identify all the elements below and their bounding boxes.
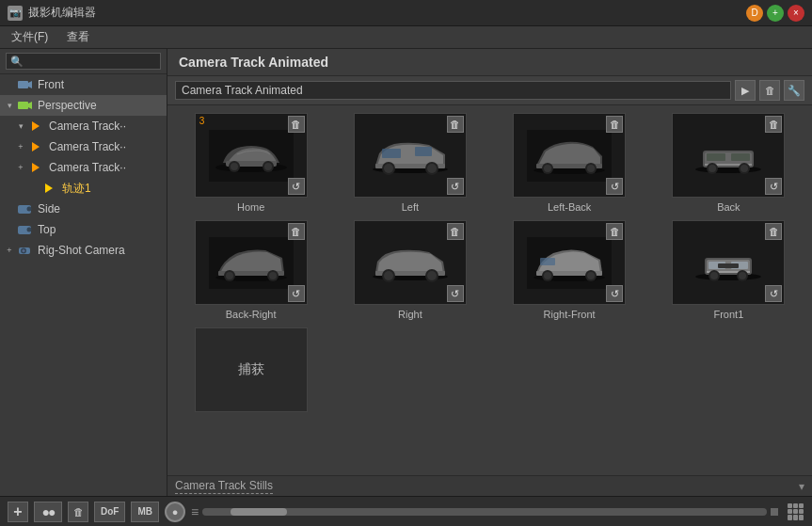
svg-rect-22 [415,147,432,156]
track1-label: 轨迹1 [62,181,163,197]
scroll-handle-icon: ≡ [191,504,199,519]
thumbnail-grid-bottom: 🗑 ↺ Back-Right [175,220,804,320]
section-footer[interactable]: Camera Track Stills ▾ [167,475,812,496]
thumb-right-delete[interactable]: 🗑 [447,223,464,240]
content-title: Camera Track Animated [167,49,812,76]
svg-point-51 [269,272,277,279]
circle-button[interactable]: ● [165,502,185,522]
title-bar: 📷 摄影机编辑器 D + × [0,0,812,26]
search-input[interactable] [6,53,161,70]
thumbnail-grid-capture: 捕获 [175,327,804,412]
svg-marker-1 [28,81,32,88]
sidebar-item-front[interactable]: Front [0,74,167,95]
thumb-leftback-delete[interactable]: 🗑 [606,116,623,133]
title-close-button[interactable]: × [788,5,804,22]
front-label: Front [38,78,163,91]
thumb-left-delete[interactable]: 🗑 [447,116,464,133]
expand-rigshot: + [4,245,15,256]
rigshot-label: Rig-Shot Camera [38,244,163,257]
thumb-backright: 🗑 ↺ Back-Right [175,220,326,320]
svg-point-58 [427,271,437,280]
content-toolbar: ▶ 🗑 🔧 [167,76,812,105]
thumb-rightfront-refresh[interactable]: ↺ [606,285,623,302]
menu-file[interactable]: 文件(F) [8,27,52,47]
group-icon-rigshot [17,242,34,259]
thumb-home-refresh[interactable]: ↺ [288,178,305,195]
title-min-button[interactable]: D [746,5,763,22]
perspective-label: Perspective [38,99,163,112]
svg-rect-39 [731,153,750,161]
thumb-rightfront-delete[interactable]: 🗑 [606,223,623,240]
sidebar-item-top[interactable]: Top [0,219,167,240]
menu-view[interactable]: 查看 [63,27,93,47]
thumb-left-wrapper: 🗑 ↺ [354,113,467,198]
play-icon-track1 [41,180,58,197]
title-icon: 📷 [8,6,23,21]
sidebar: Front ▾ Perspective ▾ Camera Track·· + C… [0,49,167,496]
svg-point-24 [384,164,393,173]
thumb-back-refresh[interactable]: ↺ [765,178,782,195]
thumb-right-wrapper: 🗑 ↺ [354,220,467,305]
toolbar-delete-button[interactable]: 🗑 [759,80,780,101]
toolbar-play-button[interactable]: ▶ [735,80,756,101]
thumb-backright-delete[interactable]: 🗑 [288,223,305,240]
expand-side [4,203,15,215]
grid-view-icon[interactable] [788,503,804,520]
svg-marker-3 [28,102,32,109]
thumb-rightfront: 🗑 ↺ Right-Front [494,220,645,320]
svg-point-5 [27,207,32,212]
thumb-left-label: Left [402,201,419,213]
thumb-back-wrapper: 🗑 ↺ [672,113,785,198]
thumb-home-delete[interactable]: 🗑 [288,116,305,133]
thumb-leftback-refresh[interactable]: ↺ [606,178,623,195]
svg-point-56 [384,271,393,280]
thumb-right-refresh[interactable]: ↺ [447,285,464,302]
thumb-capture-img[interactable]: 捕获 [196,328,307,411]
delete-item-button[interactable]: 🗑 [68,502,88,522]
sidebar-item-perspective[interactable]: ▾ Perspective [0,95,167,116]
svg-rect-21 [382,149,401,158]
thumb-backright-label: Back-Right [226,309,277,320]
add-button[interactable]: + [8,502,28,522]
content-panel: Camera Track Animated ▶ 🗑 🔧 [167,49,812,496]
dof-label: DoF [101,506,119,517]
expand-ct1: ▾ [15,120,26,132]
sidebar-item-side[interactable]: Side [0,199,167,219]
thumb-left-refresh[interactable]: ↺ [447,178,464,195]
section-footer-arrow: ▾ [799,480,804,493]
thumb-backright-refresh[interactable]: ↺ [288,285,305,302]
menu-bar: 文件(F) 查看 [0,26,812,49]
svg-point-44 [740,165,748,172]
thumb-leftback-wrapper: 🗑 ↺ [513,113,626,198]
dots-button[interactable]: ●● [34,502,62,522]
thumb-home-label: Home [237,201,264,213]
sidebar-item-rigshot[interactable]: + Rig-Shot Camera [0,240,167,261]
expand-ct2: + [15,141,26,152]
svg-point-7 [27,228,32,232]
svg-point-42 [709,165,716,172]
thumbnail-grid-top: 3 🗑 ↺ Home [175,113,804,213]
section-footer-label: Camera Track Stills [175,479,273,494]
thumb-front1-label: Front1 [713,309,743,320]
svg-point-76 [710,272,718,279]
thumb-back-delete[interactable]: 🗑 [765,116,782,133]
toolbar-settings-button[interactable]: 🔧 [784,80,804,101]
toolbar-name-input[interactable] [175,81,731,100]
sidebar-item-ct2[interactable]: + Camera Track·· [0,136,167,157]
thumb-back-label: Back [717,201,740,213]
mb-button[interactable]: MB [131,502,159,522]
thumb-backright-wrapper: 🗑 ↺ [195,220,308,305]
thumb-home: 3 🗑 ↺ Home [175,113,326,213]
thumb-front1-delete[interactable]: 🗑 [765,223,782,240]
sidebar-item-ct1[interactable]: ▾ Camera Track·· [0,116,167,136]
svg-point-26 [427,164,437,173]
scrollbar-track[interactable] [202,508,767,516]
thumb-rightfront-label: Right-Front [544,309,596,320]
sidebar-item-track1[interactable]: 轨迹1 [0,178,167,199]
sidebar-item-ct3[interactable]: + Camera Track·· [0,157,167,178]
title-max-button[interactable]: + [767,5,784,22]
scrollbar-thumb[interactable] [231,508,287,516]
ct1-label: Camera Track·· [49,120,163,133]
dof-button[interactable]: DoF [94,502,125,522]
thumb-front1-refresh[interactable]: ↺ [765,285,782,302]
